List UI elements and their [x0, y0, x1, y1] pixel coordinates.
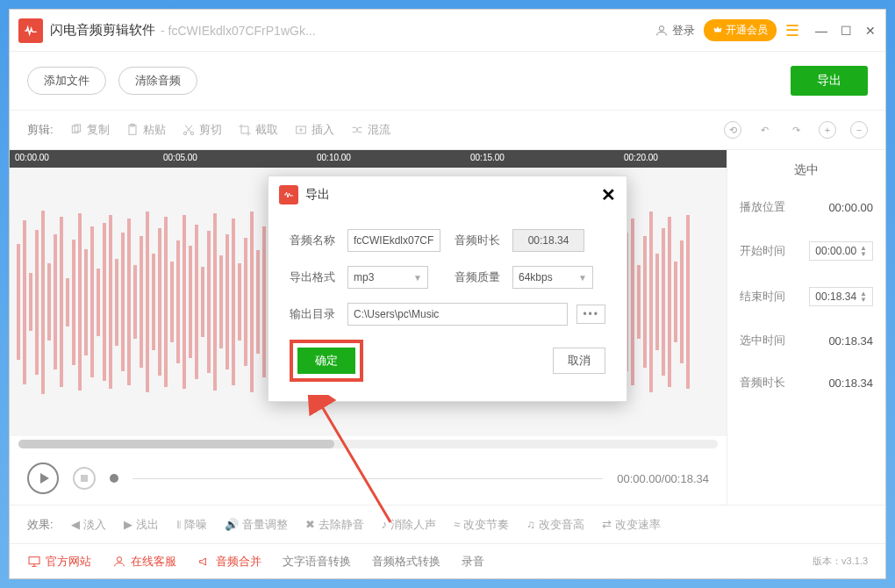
stepper-icon[interactable]: ▲▼ — [860, 290, 867, 303]
selected-time-row: 选中时间 00:18.34 — [740, 333, 873, 348]
undo-button[interactable]: ↶ — [755, 121, 773, 139]
redo-button[interactable]: ↷ — [787, 121, 805, 139]
sidebar-title: 选中 — [740, 162, 873, 178]
paste-icon — [125, 123, 140, 137]
tempo-icon: ≈ — [454, 518, 460, 531]
start-time-input[interactable]: 00:00.00▲▼ — [809, 241, 873, 261]
app-logo-icon — [18, 18, 43, 43]
tempo-button[interactable]: ≈改变节奏 — [454, 517, 509, 533]
tts-link[interactable]: 文字语音转换 — [283, 554, 351, 570]
fadein-button[interactable]: ◀淡入 — [71, 517, 106, 533]
fadeout-button[interactable]: ▶浅出 — [124, 517, 159, 533]
speed-icon: ⇄ — [602, 518, 612, 531]
ruler-tick: 00:10.00 — [317, 153, 351, 162]
speed-button[interactable]: ⇄改变速率 — [602, 517, 661, 533]
confirm-highlight: 确定 — [290, 340, 363, 382]
name-label: 音频名称 — [290, 233, 339, 248]
time-display: 00:00.00/00:18.34 — [617, 472, 709, 485]
svg-point-0 — [659, 25, 663, 30]
support-link[interactable]: 在线客服 — [112, 554, 176, 570]
dialog-close-button[interactable]: ✕ — [601, 184, 616, 205]
play-position-row: 播放位置 00:00.00 — [740, 199, 873, 215]
ruler-tick: 00:15.00 — [470, 153, 505, 162]
merge-link[interactable]: 音频合并 — [197, 554, 261, 570]
vocals-icon: ♪ — [382, 518, 388, 531]
refresh-button[interactable]: ⟲ — [724, 121, 741, 139]
svg-rect-8 — [29, 556, 39, 563]
end-time-input[interactable]: 00:18.34▲▼ — [809, 287, 873, 306]
chevron-down-icon: ▼ — [413, 273, 422, 283]
progress-track[interactable] — [132, 478, 603, 479]
quality-select[interactable]: 64kbps▼ — [512, 266, 593, 289]
clear-audio-button[interactable]: 清除音频 — [118, 67, 197, 95]
cancel-button[interactable]: 取消 — [553, 348, 605, 374]
login-button[interactable]: 登录 — [655, 23, 695, 39]
cut-button[interactable]: 剪切 — [182, 122, 222, 138]
crown-icon — [712, 25, 723, 36]
crop-button[interactable]: 截取 — [238, 122, 278, 138]
volume-button[interactable]: 🔊音量调整 — [225, 517, 288, 533]
dialog-icon — [279, 185, 298, 204]
dialog-header: 导出 ✕ — [268, 176, 626, 213]
crop-icon — [238, 123, 252, 137]
scrollbar-thumb[interactable] — [18, 440, 334, 448]
start-time-row: 开始时间 00:00.00▲▼ — [740, 241, 873, 261]
export-dialog: 导出 ✕ 音频名称 音频时长 00:18.34 导出格式 mp3▼ 音频质量 6… — [268, 176, 627, 402]
website-link[interactable]: 官方网站 — [27, 554, 91, 570]
progress-handle[interactable] — [110, 474, 118, 483]
maximize-button[interactable]: ☐ — [840, 25, 852, 37]
copy-button[interactable]: 复制 — [69, 122, 110, 138]
fadein-icon: ◀ — [71, 518, 80, 531]
effects-label: 效果: — [27, 517, 54, 533]
vocals-button[interactable]: ♪消除人声 — [382, 517, 437, 533]
ruler-tick: 00:05.00 — [163, 153, 197, 162]
close-button[interactable]: ✕ — [864, 25, 877, 37]
zoom-in-button[interactable]: + — [819, 121, 836, 139]
duration-value: 00:18.34 — [512, 229, 584, 252]
titlebar: 闪电音频剪辑软件 - fcCWIEkdlx07CFrP1wGk... 登录 开通… — [10, 10, 885, 52]
denoise-icon: ⦀ — [176, 518, 181, 532]
edit-label: 剪辑: — [27, 122, 54, 138]
pitch-button[interactable]: ♫改变音高 — [526, 517, 584, 533]
format-select[interactable]: mp3▼ — [347, 266, 428, 289]
audio-name-input[interactable] — [347, 229, 440, 252]
denoise-button[interactable]: ⦀降噪 — [176, 517, 207, 533]
version-label: 版本：v3.1.3 — [813, 555, 868, 568]
ruler-tick: 00:00.00 — [15, 153, 49, 162]
fadeout-icon: ▶ — [124, 518, 132, 531]
browse-button[interactable]: ••• — [576, 305, 605, 324]
mix-button[interactable]: 混流 — [350, 122, 390, 138]
insert-icon — [294, 123, 308, 137]
output-dir-input[interactable] — [347, 303, 568, 326]
vip-button[interactable]: 开通会员 — [704, 19, 777, 41]
mix-icon — [350, 123, 364, 137]
dialog-title: 导出 — [305, 187, 330, 203]
add-file-button[interactable]: 添加文件 — [27, 67, 106, 95]
paste-button[interactable]: 粘贴 — [125, 122, 166, 138]
play-icon — [40, 473, 49, 484]
time-ruler[interactable]: 00:00.00 00:05.00 00:10.00 00:15.00 00:2… — [10, 150, 727, 168]
dir-label: 输出目录 — [290, 306, 339, 322]
stop-icon — [81, 475, 88, 482]
volume-icon: 🔊 — [225, 518, 239, 531]
stop-button[interactable] — [73, 467, 96, 490]
export-button[interactable]: 导出 — [791, 66, 868, 96]
play-button[interactable] — [27, 463, 59, 494]
record-link[interactable]: 录音 — [462, 554, 484, 570]
duration-label: 音频时长 — [455, 233, 504, 248]
menu-icon[interactable]: ☰ — [785, 21, 799, 40]
silence-button[interactable]: ✖去除静音 — [305, 517, 364, 533]
bottom-bar: 官方网站 在线客服 音频合并 文字语音转换 音频格式转换 录音 版本：v3.1.… — [10, 543, 885, 578]
duration-row: 音频时长 00:18.34 — [740, 375, 873, 391]
scissors-icon — [182, 123, 196, 137]
waveform-scrollbar[interactable] — [18, 440, 718, 448]
minimize-button[interactable]: — — [815, 25, 827, 37]
zoom-out-button[interactable]: − — [850, 121, 868, 139]
insert-button[interactable]: 插入 — [294, 122, 334, 138]
format-link[interactable]: 音频格式转换 — [372, 554, 440, 570]
playback-controls: 00:00.00/00:18.34 — [10, 452, 727, 505]
copy-icon — [69, 123, 83, 137]
confirm-button[interactable]: 确定 — [297, 348, 355, 374]
headset-icon — [112, 555, 126, 569]
stepper-icon[interactable]: ▲▼ — [860, 245, 867, 257]
